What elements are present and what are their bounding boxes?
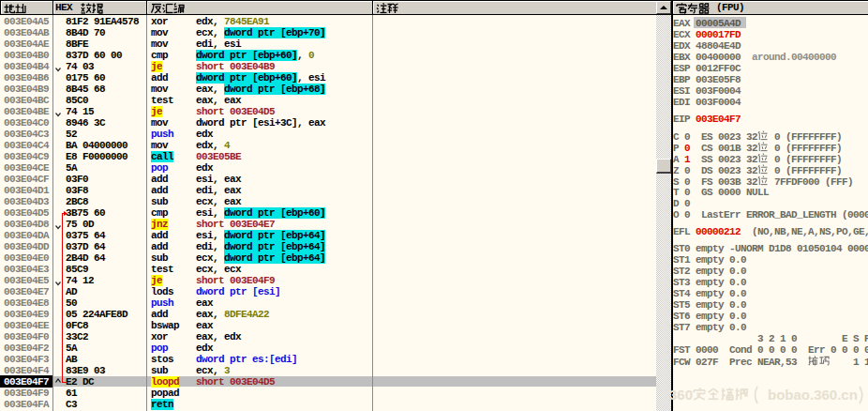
svg-text:bobao.360.cn: bobao.360.cn (768, 387, 858, 403)
